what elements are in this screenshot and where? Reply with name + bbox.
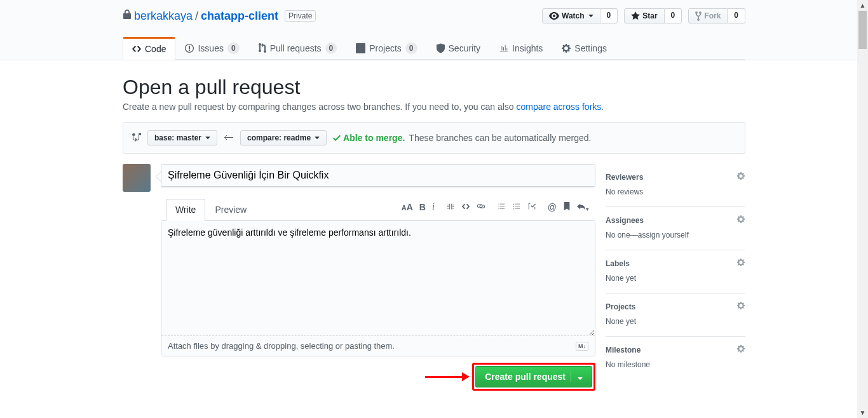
tab-security[interactable]: Security bbox=[427, 37, 491, 59]
pr-body-textarea[interactable] bbox=[161, 221, 595, 335]
compare-icon bbox=[132, 132, 141, 144]
reviewers-title: Reviewers bbox=[606, 173, 643, 182]
scroll-down-icon[interactable]: ▼ bbox=[857, 407, 868, 418]
branch-range-box: base: master 🡐 compare: readme Able to m… bbox=[123, 122, 745, 154]
tab-preview[interactable]: Preview bbox=[205, 199, 256, 220]
milestone-body: No milestone bbox=[606, 360, 745, 369]
link-icon[interactable] bbox=[477, 202, 485, 213]
assign-yourself-link[interactable]: assign yourself bbox=[638, 231, 689, 239]
tab-pull-requests[interactable]: Pull requests0 bbox=[249, 37, 347, 59]
bold-icon[interactable]: B bbox=[419, 202, 426, 212]
tab-issues[interactable]: Issues0 bbox=[175, 37, 248, 59]
assignees-body: No one—assign yourself bbox=[606, 231, 745, 239]
gear-icon[interactable] bbox=[736, 344, 745, 355]
markdown-toolbar: AA B i bbox=[395, 197, 595, 218]
gear-icon[interactable] bbox=[736, 172, 745, 182]
task-icon[interactable] bbox=[527, 202, 536, 213]
create-pull-request-button[interactable]: Create pull request bbox=[475, 366, 592, 388]
star-count[interactable]: 0 bbox=[665, 8, 682, 24]
projects-title: Projects bbox=[606, 302, 635, 311]
labels-body: None yet bbox=[606, 274, 745, 283]
attach-hint[interactable]: Attach files by dragging & dropping, sel… bbox=[168, 341, 395, 351]
scroll-up-icon[interactable]: ▲ bbox=[857, 0, 868, 11]
gear-icon[interactable] bbox=[736, 301, 745, 312]
italic-icon[interactable]: i bbox=[432, 202, 435, 212]
page-title: Open a pull request bbox=[123, 76, 745, 99]
pr-title-input[interactable] bbox=[161, 165, 595, 187]
mention-icon[interactable]: @ bbox=[548, 202, 557, 212]
tab-code[interactable]: Code bbox=[123, 37, 175, 60]
compare-branch-button[interactable]: compare: readme bbox=[240, 130, 327, 145]
assignees-title: Assignees bbox=[606, 216, 644, 225]
quote-icon[interactable] bbox=[446, 202, 455, 213]
labels-title: Labels bbox=[606, 259, 630, 268]
tab-write[interactable]: Write bbox=[166, 199, 205, 221]
repo-title: berkakkaya / chatapp-client Private bbox=[123, 10, 316, 23]
markdown-badge-icon[interactable]: M↓ bbox=[576, 342, 588, 351]
ol-icon[interactable] bbox=[512, 202, 521, 213]
heading-icon[interactable]: AA bbox=[402, 202, 413, 212]
tab-projects[interactable]: Projects0 bbox=[346, 37, 426, 59]
scrollbar-thumb[interactable] bbox=[858, 11, 867, 49]
milestone-title: Milestone bbox=[606, 346, 641, 354]
avatar[interactable] bbox=[123, 164, 151, 192]
repo-owner-link[interactable]: berkakkaya bbox=[134, 10, 193, 23]
fork-button[interactable]: Fork bbox=[688, 8, 728, 24]
scrollbar[interactable]: ▲ ▼ bbox=[857, 0, 868, 418]
visibility-badge: Private bbox=[285, 10, 316, 22]
code-icon[interactable] bbox=[461, 202, 470, 213]
watch-button[interactable]: Watch bbox=[542, 8, 600, 24]
annotation-arrow bbox=[425, 376, 463, 378]
merge-status-desc: These branches can be automatically merg… bbox=[409, 133, 591, 143]
gear-icon[interactable] bbox=[736, 215, 745, 226]
annotation-highlight: Create pull request bbox=[472, 363, 595, 391]
ul-icon[interactable] bbox=[497, 202, 506, 213]
page-subtitle: Create a new pull request by comparing c… bbox=[123, 102, 745, 112]
saved-reply-icon[interactable] bbox=[563, 202, 571, 213]
repo-nav: Code Issues0 Pull requests0 Projects0 Se… bbox=[123, 37, 745, 60]
gear-icon[interactable] bbox=[736, 258, 745, 269]
watch-count[interactable]: 0 bbox=[600, 8, 618, 24]
base-branch-button[interactable]: base: master bbox=[147, 130, 217, 145]
arrow-left-icon: 🡐 bbox=[224, 132, 234, 144]
compare-forks-link[interactable]: compare across forks bbox=[516, 102, 601, 112]
merge-status-ok: Able to merge. bbox=[333, 133, 405, 143]
repo-name-link[interactable]: chatapp-client bbox=[201, 10, 278, 23]
tab-insights[interactable]: Insights bbox=[490, 37, 552, 59]
projects-body: None yet bbox=[606, 317, 745, 326]
fork-count[interactable]: 0 bbox=[728, 8, 745, 24]
reviewers-body: No reviews bbox=[606, 187, 745, 196]
tab-settings[interactable]: Settings bbox=[552, 37, 616, 59]
star-button[interactable]: Star bbox=[624, 8, 664, 24]
lock-icon bbox=[123, 10, 132, 23]
reference-icon[interactable]: ▾ bbox=[577, 202, 589, 213]
